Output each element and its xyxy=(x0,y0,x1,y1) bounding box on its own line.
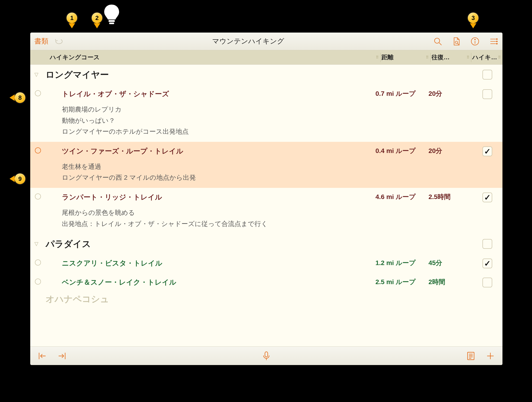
svg-point-4 xyxy=(455,41,457,44)
note-button[interactable] xyxy=(466,351,476,361)
callout-number: 9 xyxy=(14,173,26,185)
item-time: 20分 xyxy=(429,89,468,98)
item-notes: 尾根からの景色を眺める出発地点：トレイル・オブ・ザ・シャドーズに従って合流点まで… xyxy=(62,207,371,229)
svg-point-9 xyxy=(496,39,497,39)
item-time: 2.5時間 xyxy=(429,193,468,201)
group-title: パラダイス xyxy=(46,238,371,250)
group-row[interactable]: ▽ ロングマイヤー xyxy=(30,65,502,85)
item-row[interactable]: ツイン・ファーズ・ループ・トレイル 老生林を通過ロングマイヤーの西 2 マイルの… xyxy=(30,142,502,188)
status-circle[interactable] xyxy=(34,89,41,96)
svg-point-2 xyxy=(435,38,440,43)
info-icon[interactable] xyxy=(470,37,480,46)
outdent-button[interactable] xyxy=(37,351,47,361)
svg-rect-0 xyxy=(109,20,115,22)
bottom-toolbar xyxy=(30,346,502,365)
group-checkbox[interactable] xyxy=(482,70,492,80)
callout-pin: 9 xyxy=(9,172,26,185)
item-checkbox[interactable] xyxy=(482,193,492,202)
item-row[interactable]: トレイル・オブ・ザ・シャドーズ 初期農場のレプリカ動物がいっぱい？ロングマイヤー… xyxy=(30,85,502,142)
disclosure-triangle-icon[interactable]: ▽ xyxy=(34,241,41,247)
disclosure-triangle-icon[interactable]: ▽ xyxy=(34,72,41,78)
item-title: ニスクアリ・ビスタ・トレイル xyxy=(62,258,371,268)
item-distance: 2.5 mi ループ xyxy=(375,278,424,286)
callout-number: 1 xyxy=(66,12,78,24)
item-time: 2時間 xyxy=(429,278,468,286)
item-distance: 1.2 mi ループ xyxy=(375,258,424,267)
item-distance: 0.4 mi ループ xyxy=(375,146,424,155)
app-window: 書類 マウンテンハイキング ハイキングコース ⠿ xyxy=(30,32,502,365)
search-icon[interactable] xyxy=(433,37,443,46)
svg-point-11 xyxy=(496,41,497,42)
column-name-header[interactable]: ハイキングコース xyxy=(42,53,100,61)
item-checkbox[interactable] xyxy=(482,258,492,268)
status-circle[interactable] xyxy=(34,278,41,285)
documents-button[interactable]: 書類 xyxy=(34,37,48,46)
status-circle[interactable] xyxy=(34,193,41,200)
outline-rows[interactable]: ▽ ロングマイヤー トレイル・オブ・ザ・シャドーズ 初期農場のレプリカ動物がいっ… xyxy=(30,65,502,346)
undo-button[interactable] xyxy=(54,37,63,46)
item-time: 45分 xyxy=(429,258,468,267)
column-header: ハイキングコース ⠿ 距離⠿ 往復…⠿ ハイキ…⠿ xyxy=(30,50,502,65)
callout-pin: 8 xyxy=(9,91,26,104)
item-row[interactable]: ベンチ＆スノー・レイク・トレイル 2.5 mi ループ 2時間 xyxy=(30,273,502,292)
item-time: 20分 xyxy=(429,146,468,155)
svg-rect-1 xyxy=(109,23,114,24)
svg-rect-16 xyxy=(265,352,268,357)
item-notes: 初期農場のレプリカ動物がいっぱい？ロングマイヤーのホテルがコース出発地点 xyxy=(62,104,371,137)
item-notes: 老生林を通過ロングマイヤーの西 2 マイルの地点から出発 xyxy=(62,161,371,183)
item-checkbox[interactable] xyxy=(482,278,492,287)
document-tools-icon[interactable] xyxy=(452,37,461,46)
item-title: ベンチ＆スノー・レイク・トレイル xyxy=(62,278,371,287)
view-options-icon[interactable] xyxy=(489,37,498,46)
item-distance: 4.6 mi ループ xyxy=(375,193,424,201)
item-checkbox[interactable] xyxy=(482,146,492,156)
column-hiked-header[interactable]: ハイキ… xyxy=(472,53,497,61)
callout-number: 8 xyxy=(14,91,26,104)
column-distance-header[interactable]: 距離 xyxy=(381,53,394,61)
item-row[interactable]: ランパート・リッジ・トレイル 尾根からの景色を眺める出発地点：トレイル・オブ・ザ… xyxy=(30,188,502,234)
item-distance: 0.7 mi ループ xyxy=(375,89,424,98)
item-title: ツイン・ファーズ・ループ・トレイル xyxy=(62,146,371,156)
status-circle[interactable] xyxy=(34,146,41,153)
document-title: マウンテンハイキング xyxy=(68,37,428,46)
group-row[interactable]: ▽ パラダイス xyxy=(30,234,502,254)
item-checkbox[interactable] xyxy=(482,89,492,99)
group-row: オハナペコシュ xyxy=(30,292,502,306)
item-row[interactable]: ニスクアリ・ビスタ・トレイル 1.2 mi ループ 45分 xyxy=(30,254,502,273)
status-circle[interactable] xyxy=(34,258,41,265)
dictation-icon[interactable] xyxy=(261,351,272,361)
svg-line-3 xyxy=(439,43,442,45)
add-row-button[interactable] xyxy=(485,351,495,361)
callout-pin: 1 xyxy=(65,12,78,29)
callout-pin: 2 xyxy=(90,12,103,29)
column-time-header[interactable]: 往復… xyxy=(431,53,450,61)
lightbulb-icon xyxy=(102,2,121,28)
item-title: ランパート・リッジ・トレイル xyxy=(62,193,371,202)
svg-point-13 xyxy=(496,43,497,44)
callout-number: 2 xyxy=(91,12,103,24)
svg-point-7 xyxy=(475,39,475,40)
callout-number: 3 xyxy=(467,12,479,24)
callout-pin: 3 xyxy=(467,12,480,29)
group-checkbox[interactable] xyxy=(482,239,492,249)
top-toolbar: 書類 マウンテンハイキング xyxy=(30,32,502,50)
item-title: トレイル・オブ・ザ・シャドーズ xyxy=(62,89,371,99)
group-title: ロングマイヤー xyxy=(46,69,371,81)
indent-button[interactable] xyxy=(57,351,67,361)
